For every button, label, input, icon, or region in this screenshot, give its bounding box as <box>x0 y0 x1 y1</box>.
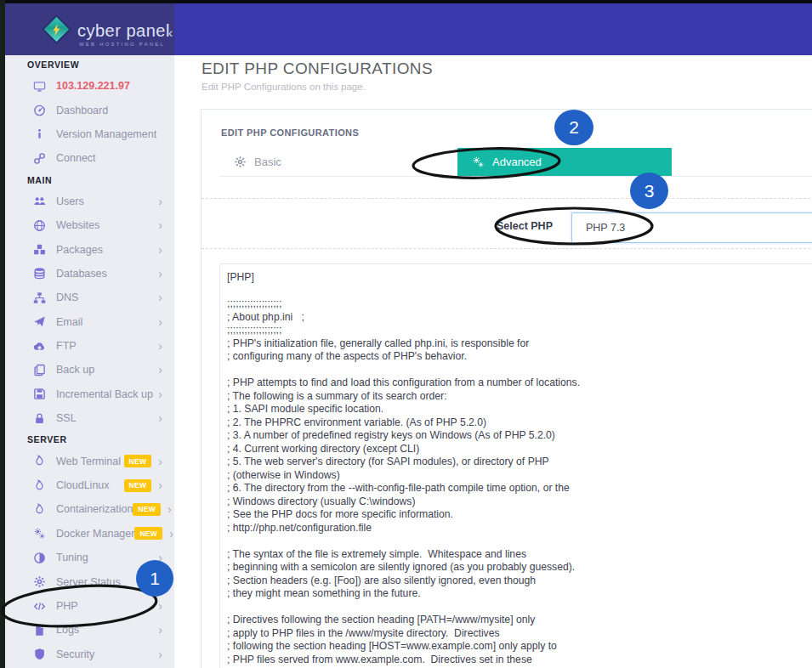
sidebar-item-label: Users <box>56 195 84 207</box>
sidebar-section-overview: OVERVIEW <box>5 55 174 74</box>
chevron-right-icon: › <box>158 195 162 208</box>
page-title: EDIT PHP CONFIGURATIONS <box>202 59 433 78</box>
link-icon <box>32 151 46 165</box>
sidebar-item-web-terminal[interactable]: Web TerminalNEW› <box>5 449 174 473</box>
collapse-sidebar-icon[interactable]: ‹ <box>168 25 173 41</box>
sidebar-item-docker-manager[interactable]: Docker ManagerNEW› <box>5 522 174 546</box>
shield-icon <box>32 648 46 661</box>
sidebar-item-connect[interactable]: Connect <box>5 146 174 170</box>
sidebar-item-103-129-221-97[interactable]: 103.129.221.97 <box>5 74 174 98</box>
sidebar-item-ftp[interactable]: FTP› <box>5 334 174 358</box>
sidebar-item-logs[interactable]: Logs› <box>5 618 174 642</box>
sidebar-item-incremental-back-up[interactable]: Incremental Back up› <box>5 382 174 406</box>
select-php-dropdown[interactable]: PHP 7.3 <box>571 212 812 243</box>
sidebar-item-label: Tuning <box>56 552 88 563</box>
sidebar-item-label: SSL <box>56 412 77 424</box>
sidebar-item-label: Web Terminal <box>56 456 121 467</box>
sidebar-item-containerization[interactable]: ContainerizationNEW› <box>5 497 174 521</box>
php-ini-editor[interactable]: [PHP] ;;;;;;;;;;;;;;;;;;; ; About php.in… <box>219 263 812 668</box>
sidebar-item-label: Version Management <box>56 128 156 140</box>
sidebar-item-tuning[interactable]: Tuning› <box>5 546 174 569</box>
database-icon <box>32 267 46 280</box>
flame-icon <box>32 478 46 492</box>
sidebar-item-label: Dashboard <box>56 105 108 116</box>
tab-basic-label: Basic <box>254 156 281 168</box>
contrast-icon <box>32 551 46 564</box>
new-badge: NEW <box>124 479 152 492</box>
sidebar-item-label: PHP <box>56 600 78 612</box>
chevron-right-icon: › <box>158 623 162 637</box>
sidebar-item-server-status[interactable]: Server Status <box>5 569 174 593</box>
sidebar-section-main: MAIN <box>5 171 174 190</box>
chevron-right-icon: › <box>158 455 162 468</box>
gear-icon <box>32 575 46 589</box>
new-badge: NEW <box>133 503 161 516</box>
sidebar-item-label: Connect <box>56 152 96 164</box>
sidebar: OVERVIEW103.129.221.97DashboardVersion M… <box>5 55 174 668</box>
cogs-icon <box>32 527 46 541</box>
cyberpanel-logo-icon <box>42 14 71 44</box>
sidebar-item-ssl[interactable]: SSL› <box>5 406 174 430</box>
desktop-icon <box>32 79 46 93</box>
sidebar-item-label: Docker Manager <box>56 528 134 540</box>
select-php-label: Select PHP <box>463 220 553 232</box>
brand-area: cyber panel WEB HOSTING PANEL ‹ <box>5 3 174 55</box>
tab-basic[interactable]: Basic <box>219 148 449 176</box>
card-heading: EDIT PHP CONFIGURATIONS <box>221 127 359 138</box>
dashboard-icon <box>32 104 46 117</box>
cloud-upload-icon <box>32 339 46 353</box>
chevron-right-icon: › <box>158 478 162 492</box>
brand-tagline: WEB HOSTING PANEL <box>79 42 165 47</box>
sidebar-section-server: SERVER <box>5 430 174 449</box>
dashed-divider-top <box>202 198 812 199</box>
sidebar-item-version-management[interactable]: Version Management <box>5 122 174 146</box>
sidebar-item-label: Packages <box>56 244 103 256</box>
gear-icon <box>234 156 247 169</box>
tab-advanced[interactable]: Advanced <box>457 148 672 176</box>
sidebar-item-label: Logs <box>56 624 79 636</box>
sidebar-item-label: Security <box>56 648 94 660</box>
lock-icon <box>32 411 46 425</box>
info-icon <box>32 127 46 141</box>
sidebar-item-label: 103.129.221.97 <box>56 80 130 92</box>
sidebar-item-packages[interactable]: Packages› <box>5 237 174 261</box>
chevron-right-icon: › <box>158 599 162 613</box>
sidebar-item-label: Websites <box>56 219 99 231</box>
dashed-divider-bottom <box>202 248 812 249</box>
tabs-divider <box>219 176 812 177</box>
new-badge: NEW <box>134 527 162 540</box>
flame-icon <box>32 455 46 468</box>
chevron-right-icon: › <box>158 551 162 564</box>
chevron-right-icon: › <box>158 267 162 280</box>
sidebar-item-label: Incremental Back up <box>56 388 153 400</box>
sitemap-icon <box>32 291 46 304</box>
sidebar-item-email[interactable]: Email› <box>5 310 174 334</box>
sidebar-item-label: Server Status <box>56 576 121 588</box>
copy-icon <box>32 363 46 376</box>
chevron-right-icon: › <box>158 363 162 376</box>
sidebar-item-dns[interactable]: DNS› <box>5 286 174 309</box>
sidebar-item-databases[interactable]: Databases› <box>5 262 174 286</box>
sidebar-item-label: Containerization <box>56 503 133 515</box>
globe-icon <box>32 218 46 232</box>
paper-plane-icon <box>32 315 46 329</box>
sidebar-item-php[interactable]: PHP› <box>5 594 174 618</box>
sidebar-item-label: FTP <box>56 340 77 352</box>
lightning-bolt-icon <box>53 24 61 36</box>
users-icon <box>32 195 46 208</box>
sidebar-item-dashboard[interactable]: Dashboard <box>5 98 174 122</box>
sidebar-item-label: Databases <box>56 268 107 280</box>
php-ini-content: [PHP] ;;;;;;;;;;;;;;;;;;; ; About php.in… <box>227 271 811 666</box>
chevron-right-icon: › <box>158 648 162 661</box>
sidebar-item-cloudlinux[interactable]: CloudLinuxNEW› <box>5 473 174 497</box>
sidebar-item-back-up[interactable]: Back up› <box>5 358 174 382</box>
chevron-right-icon: › <box>158 315 162 329</box>
sidebar-item-websites[interactable]: Websites› <box>5 213 174 237</box>
flame-icon <box>32 502 46 516</box>
chevron-right-icon: › <box>158 291 162 304</box>
sidebar-item-security[interactable]: Security› <box>5 643 174 666</box>
chevron-right-icon: › <box>158 388 162 401</box>
chevron-right-icon: › <box>158 411 162 425</box>
sidebar-item-users[interactable]: Users› <box>5 190 174 213</box>
chevron-right-icon: › <box>158 243 162 257</box>
